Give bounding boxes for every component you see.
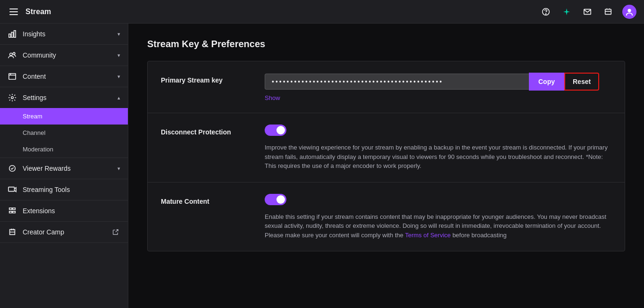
svg-rect-6 bbox=[11, 32, 13, 37]
mail-icon[interactable] bbox=[581, 5, 594, 18]
content-icon bbox=[8, 72, 17, 81]
terms-of-service-link[interactable]: Terms of Service bbox=[405, 232, 451, 239]
mature-content-row: Mature Content Enable this setting if yo… bbox=[148, 183, 625, 251]
main-content: Stream Key & Preferences Primary Stream … bbox=[128, 24, 644, 308]
settings-icon bbox=[8, 93, 17, 102]
extensions-label: Extensions bbox=[23, 207, 120, 215]
disconnect-description: Improve the viewing experience for your … bbox=[265, 143, 611, 171]
svg-rect-10 bbox=[9, 74, 16, 80]
stream-key-input-row: Copy Reset bbox=[265, 73, 611, 91]
svg-rect-5 bbox=[9, 34, 11, 37]
svg-point-11 bbox=[11, 97, 14, 99]
streaming-tools-icon bbox=[8, 185, 17, 194]
settings-label: Settings bbox=[23, 94, 112, 101]
settings-chevron: ▴ bbox=[117, 95, 120, 101]
insights-icon bbox=[8, 29, 17, 39]
sidebar-sub-item-moderation[interactable]: Moderation bbox=[0, 141, 128, 158]
reset-button[interactable]: Reset bbox=[564, 73, 599, 91]
sidebar-item-extensions[interactable]: Extensions bbox=[0, 200, 128, 221]
external-link-icon bbox=[111, 227, 120, 237]
topnav-right bbox=[539, 5, 636, 19]
sidebar-item-creator-camp[interactable]: Creator Camp bbox=[0, 222, 128, 242]
stream-sub-label: Stream bbox=[23, 113, 42, 120]
content-chevron: ▾ bbox=[117, 74, 120, 80]
copy-button[interactable]: Copy bbox=[529, 73, 564, 91]
svg-point-1 bbox=[545, 13, 546, 14]
mature-content-control: Enable this setting if your stream conta… bbox=[265, 194, 611, 240]
notifications-icon[interactable] bbox=[602, 5, 615, 18]
disconnect-protection-row: Disconnect Protection Improve the viewin… bbox=[148, 113, 625, 183]
sidebar-section-content: Content ▾ bbox=[0, 66, 128, 87]
community-icon bbox=[8, 50, 17, 60]
sidebar-item-community[interactable]: Community ▾ bbox=[0, 45, 128, 66]
sidebar-section-streaming-tools: Streaming Tools bbox=[0, 179, 128, 200]
viewer-rewards-icon bbox=[8, 164, 17, 173]
insights-chevron: ▾ bbox=[117, 31, 120, 37]
mature-toggle-slider bbox=[265, 194, 286, 205]
sidebar-item-viewer-rewards[interactable]: Viewer Rewards ▾ bbox=[0, 158, 128, 179]
insights-label: Insights bbox=[23, 30, 112, 38]
help-icon[interactable] bbox=[539, 5, 552, 18]
extensions-icon bbox=[8, 206, 17, 216]
mature-toggle-container bbox=[265, 194, 611, 207]
page-title: Stream Key & Preferences bbox=[147, 39, 625, 50]
sidebar-item-streaming-tools[interactable]: Streaming Tools bbox=[0, 179, 128, 200]
disconnect-protection-label: Disconnect Protection bbox=[161, 125, 265, 136]
svg-point-4 bbox=[627, 8, 631, 12]
sidebar-section-viewer-rewards: Viewer Rewards ▾ bbox=[0, 158, 128, 179]
svg-rect-3 bbox=[605, 9, 611, 14]
sidebar-section-settings: Settings ▴ Stream Channel Moderation bbox=[0, 87, 128, 158]
sidebar-section-extensions: Extensions bbox=[0, 200, 128, 222]
sparkle-icon[interactable] bbox=[560, 5, 573, 18]
sidebar-section-insights: Insights ▾ bbox=[0, 24, 128, 45]
hamburger-menu[interactable] bbox=[8, 7, 20, 17]
show-link[interactable]: Show bbox=[265, 94, 280, 101]
sidebar-section-community: Community ▾ bbox=[0, 45, 128, 66]
svg-point-9 bbox=[13, 52, 15, 55]
stream-key-control: Copy Reset Show bbox=[265, 73, 611, 101]
disconnect-toggle-container bbox=[265, 125, 611, 137]
channel-sub-label: Channel bbox=[23, 129, 45, 136]
sidebar-sub-item-stream[interactable]: Stream bbox=[0, 108, 128, 125]
sidebar: Insights ▾ Community ▾ bbox=[0, 24, 128, 308]
app-title: Stream bbox=[25, 8, 51, 16]
stream-key-row: Primary Stream key Copy Reset Show bbox=[148, 61, 625, 113]
sidebar-section-creator-camp: Creator Camp bbox=[0, 222, 128, 243]
disconnect-toggle[interactable] bbox=[265, 125, 286, 136]
stream-key-label: Primary Stream key bbox=[161, 73, 265, 84]
sidebar-item-settings[interactable]: Settings ▴ bbox=[0, 87, 128, 108]
mature-toggle[interactable] bbox=[265, 194, 286, 205]
sidebar-item-insights[interactable]: Insights ▾ bbox=[0, 24, 128, 44]
disconnect-protection-control: Improve the viewing experience for your … bbox=[265, 125, 611, 171]
community-label: Community bbox=[23, 51, 112, 59]
settings-card: Primary Stream key Copy Reset Show Disco… bbox=[147, 61, 625, 251]
moderation-sub-label: Moderation bbox=[23, 146, 53, 153]
sidebar-item-content[interactable]: Content ▾ bbox=[0, 66, 128, 87]
creator-camp-icon bbox=[8, 227, 17, 237]
community-chevron: ▾ bbox=[117, 52, 120, 58]
svg-rect-7 bbox=[14, 31, 16, 37]
stream-key-input[interactable] bbox=[265, 74, 529, 90]
svg-point-8 bbox=[10, 53, 12, 56]
creator-camp-label: Creator Camp bbox=[23, 228, 105, 236]
sidebar-sub-item-channel[interactable]: Channel bbox=[0, 125, 128, 141]
mature-description: Enable this setting if your stream conta… bbox=[265, 212, 611, 240]
top-navigation: Stream bbox=[0, 0, 644, 24]
main-layout: Insights ▾ Community ▾ bbox=[0, 24, 644, 308]
disconnect-toggle-slider bbox=[265, 125, 286, 136]
user-avatar[interactable] bbox=[622, 5, 636, 19]
svg-rect-13 bbox=[8, 187, 15, 191]
content-label: Content bbox=[23, 73, 112, 80]
topnav-left: Stream bbox=[8, 7, 51, 17]
streaming-tools-label: Streaming Tools bbox=[23, 186, 120, 193]
mature-content-label: Mature Content bbox=[161, 194, 265, 205]
viewer-rewards-label: Viewer Rewards bbox=[23, 165, 112, 172]
viewer-rewards-chevron: ▾ bbox=[117, 166, 120, 172]
